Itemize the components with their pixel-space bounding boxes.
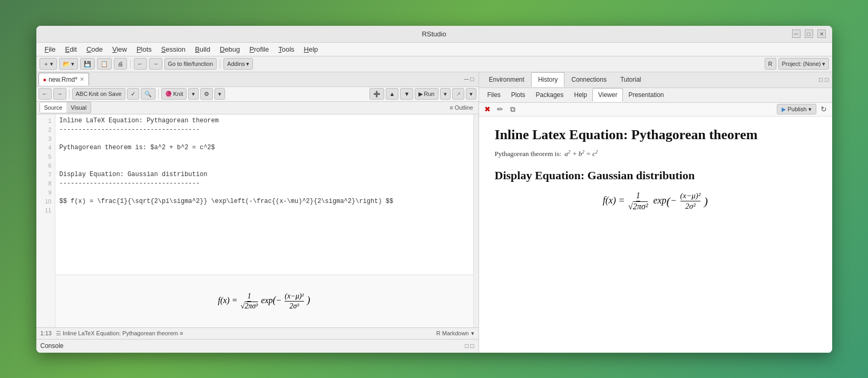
main-toolbar: ＋▾ 📂▾ 💾 📋 🖨 ← → Go to file/function Addi…: [36, 56, 832, 72]
line-num-11: 11: [36, 206, 55, 215]
line-num-4: 4: [36, 143, 55, 152]
menu-build[interactable]: Build: [191, 44, 214, 54]
menu-tools[interactable]: Tools: [274, 44, 298, 54]
menubar: File Edit Code View Plots Session Build …: [36, 43, 832, 56]
source-visual-bar: Source Visual ≡ Outline: [36, 102, 479, 114]
editor-collapse-btn[interactable]: ─: [464, 75, 469, 83]
console-controls: □ □: [465, 342, 474, 350]
menu-plots[interactable]: Plots: [132, 44, 156, 54]
back-btn[interactable]: ←: [134, 58, 147, 70]
stop-btn[interactable]: ✖: [482, 104, 493, 114]
source-options-btn[interactable]: ▾: [466, 88, 476, 100]
save-all-btn[interactable]: 📋: [97, 58, 112, 70]
search-btn[interactable]: 🔍: [141, 88, 155, 100]
project-btn[interactable]: Project: (None) ▾: [778, 58, 829, 70]
titlebar: RStudio ─ □ ✕: [36, 26, 832, 43]
left-panel: ● new.Rmd* ✕ ─ □ ← → ABC Knit on Save ✓: [36, 72, 479, 353]
settings-btn[interactable]: ⚙: [200, 88, 213, 100]
sep: [69, 89, 70, 99]
tab-presentation[interactable]: Presentation: [623, 88, 669, 102]
tab-packages[interactable]: Packages: [531, 88, 569, 102]
tab-help[interactable]: Help: [569, 88, 592, 102]
menu-code[interactable]: Code: [82, 44, 107, 54]
menu-view[interactable]: View: [108, 44, 131, 54]
copy-btn[interactable]: ⧉: [508, 104, 518, 114]
publish-area: ▶ Publish ▾: [777, 104, 816, 114]
rstudio-icon-btn[interactable]: R: [765, 58, 776, 70]
tab-history[interactable]: History: [531, 72, 564, 87]
editor-tab-rmd[interactable]: ● new.Rmd* ✕: [38, 73, 89, 85]
knit-options-btn[interactable]: ▾: [188, 88, 199, 100]
viewer-para1: Pythagorean theorem is: a2 + b2 = c2: [495, 149, 816, 158]
tab-close-btn[interactable]: ✕: [80, 76, 84, 83]
code-textarea[interactable]: Inline LaTeX Equation: Pythagorean theor…: [55, 114, 473, 275]
editor-status-bar: 1:13 ☰ Inline LaTeX Equation: Pythagorea…: [36, 327, 479, 339]
edit-btn[interactable]: ✏: [495, 104, 505, 114]
maximize-btn[interactable]: □: [805, 30, 813, 38]
visual-btn[interactable]: Visual: [66, 102, 91, 113]
tab-filename: new.Rmd*: [48, 76, 77, 83]
knit-label: Knit: [173, 91, 183, 97]
file-type-arrow[interactable]: ▾: [471, 330, 474, 337]
undo-btn[interactable]: ←: [38, 88, 52, 100]
publish-btn[interactable]: ▶ Publish ▾: [777, 104, 816, 114]
menu-profile[interactable]: Profile: [245, 44, 273, 54]
para1-text: Pythagorean theorem is:: [495, 150, 561, 158]
menu-edit[interactable]: Edit: [61, 44, 81, 54]
addins-btn[interactable]: Addins ▾: [223, 58, 253, 70]
editor-tab-controls: ─ □: [464, 75, 476, 83]
minimap[interactable]: [473, 114, 479, 327]
line-num-10: 10: [36, 197, 55, 206]
nav-up-btn[interactable]: ▲: [386, 88, 399, 100]
code-content[interactable]: Inline LaTeX Equation: Pythagorean theor…: [55, 114, 473, 327]
save-all-icon: 📋: [101, 61, 108, 67]
menu-debug[interactable]: Debug: [216, 44, 244, 54]
source-btn[interactable]: Source: [40, 102, 67, 113]
viewer-title1: Inline Latex Equation: Pythagorean theor…: [495, 127, 816, 143]
source-visual-toggle: Source Visual: [40, 102, 92, 113]
menu-help[interactable]: Help: [300, 44, 323, 54]
project-label: Project: (None): [782, 61, 821, 67]
run-options-btn[interactable]: ▾: [440, 88, 451, 100]
tab-viewer[interactable]: Viewer: [592, 88, 623, 102]
line-num-5: 5: [36, 152, 55, 161]
panel-expand-btn[interactable]: □: [825, 76, 828, 83]
tab-tutorial[interactable]: Tutorial: [613, 72, 648, 87]
separator2: [220, 59, 220, 69]
console-collapse-btn[interactable]: □: [465, 342, 469, 350]
nav-down-btn[interactable]: ▼: [400, 88, 413, 100]
window-controls: ─ □ ✕: [792, 30, 826, 38]
minimize-btn[interactable]: ─: [792, 30, 801, 38]
tab-environment[interactable]: Environment: [482, 72, 531, 87]
redo-btn[interactable]: →: [53, 88, 66, 100]
tab-connections[interactable]: Connections: [564, 72, 613, 87]
plots-label: Plots: [511, 91, 525, 99]
settings-down-btn[interactable]: ▾: [214, 88, 225, 100]
goto-btn[interactable]: Go to file/function: [164, 58, 217, 70]
open-btn[interactable]: 📂▾: [59, 58, 78, 70]
menu-file[interactable]: File: [41, 44, 60, 54]
menu-session[interactable]: Session: [157, 44, 190, 54]
cursor-position: 1:13: [41, 330, 52, 336]
outline-btn[interactable]: ≡ Outline: [447, 104, 475, 111]
spell-btn2[interactable]: ✓: [127, 88, 139, 100]
source-run-btn[interactable]: ↗: [452, 88, 464, 100]
run-btn[interactable]: ▶ Run: [415, 88, 438, 100]
save-btn[interactable]: 💾: [80, 58, 95, 70]
new-file-icon: ＋: [43, 60, 49, 68]
close-btn[interactable]: ✕: [817, 30, 826, 38]
knit-btn[interactable]: 🧶 Knit: [161, 88, 187, 100]
source-run-icon: ↗: [456, 91, 461, 98]
console-expand-btn[interactable]: □: [470, 342, 474, 350]
tab-plots[interactable]: Plots: [506, 88, 531, 102]
panel-collapse-btn[interactable]: □: [819, 76, 823, 83]
insert-btn[interactable]: ➕: [369, 88, 384, 100]
editor-expand-btn[interactable]: □: [470, 75, 474, 83]
new-file-btn[interactable]: ＋▾: [40, 58, 57, 70]
refresh-btn[interactable]: ↻: [818, 104, 829, 114]
print-btn[interactable]: 🖨: [114, 58, 127, 70]
spell-check-btn[interactable]: ABC Knit on Save: [72, 88, 125, 100]
forward-btn[interactable]: →: [149, 58, 162, 70]
env-history-tabs: Environment History Connections Tutorial…: [479, 72, 832, 88]
tab-files[interactable]: Files: [482, 88, 506, 102]
